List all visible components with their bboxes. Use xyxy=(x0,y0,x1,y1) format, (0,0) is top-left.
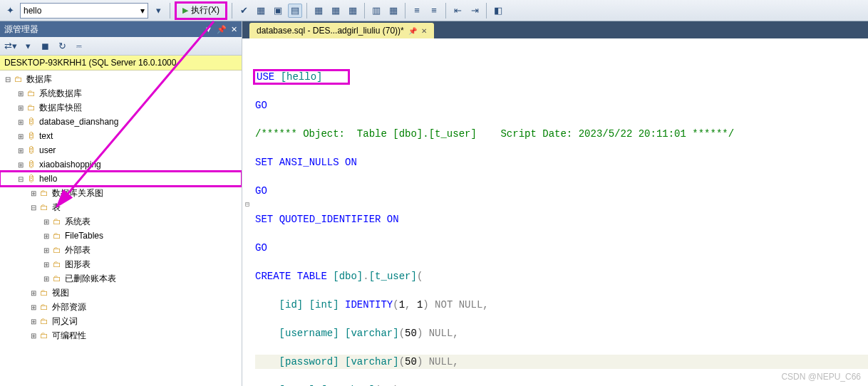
database-icon: 🛢 xyxy=(26,145,37,156)
tree-node-programmability[interactable]: ⊞🗀可编程性 xyxy=(0,328,242,343)
stop-icon[interactable]: ◼ xyxy=(38,40,51,53)
object-explorer: 源管理器 ▼ 📌 ✕ ⇄▾ ▾ ◼ ↻ ⎓ DESKTOP-93KRHH1 (S… xyxy=(0,21,242,386)
code-editor[interactable]: ⊟ ⊟ USE [hello] GO /****** Object: Table… xyxy=(242,38,868,386)
folder-icon: 🗀 xyxy=(26,102,37,113)
tool-icon-8[interactable]: ◧ xyxy=(491,4,505,18)
dropdown-icon[interactable]: ▼ xyxy=(205,25,212,34)
tree-node-tables[interactable]: ⊟🗀表 xyxy=(0,200,242,214)
connect-icon[interactable]: ⇄▾ xyxy=(4,40,17,53)
folder-icon: 🗀 xyxy=(38,330,50,341)
tree-node-diagrams[interactable]: ⊞🗀数据库关系图 xyxy=(0,186,242,200)
separator xyxy=(445,3,446,19)
database-icon: 🛢 xyxy=(26,159,37,170)
separator xyxy=(170,3,170,19)
tree-node-graphtables[interactable]: ⊞🗀图形表 xyxy=(0,257,242,271)
window-icon[interactable]: ▣ xyxy=(271,4,285,18)
close-icon[interactable]: ✕ xyxy=(231,25,237,34)
tree-node-extres[interactable]: ⊞🗀外部资源 xyxy=(0,300,242,314)
tree-node-databases[interactable]: ⊟🗀数据库 xyxy=(0,72,242,86)
tool-icon-6[interactable]: ≡ xyxy=(410,4,424,18)
tab-sql[interactable]: database.sql - DES...adgirl_liuliu (70))… xyxy=(249,23,434,38)
database-icon: 🛢 xyxy=(26,130,37,142)
filter-icon[interactable]: ▾ xyxy=(21,40,34,53)
indent-left-icon[interactable]: ⇤ xyxy=(450,4,465,18)
separator xyxy=(486,3,487,19)
tool-icon-3[interactable]: ▦ xyxy=(346,4,360,18)
tool-icon-7[interactable]: ≡ xyxy=(427,4,441,18)
database-icon: 🛢 xyxy=(26,116,37,127)
folder-icon: 🗀 xyxy=(26,88,37,99)
folder-icon: 🗀 xyxy=(38,315,50,327)
main-toolbar: ✦ hello ▾ ▾ ▶ 执行(X) ✔ ▦ ▣ ▤ ▦ ▦ ▦ ▥ ▦ ≡ … xyxy=(0,0,868,21)
folder-icon: 🗀 xyxy=(51,259,63,270)
close-icon[interactable]: ✕ xyxy=(421,27,427,35)
tree-node-synonyms[interactable]: ⊞🗀同义词 xyxy=(0,314,242,328)
refresh-icon[interactable]: ↻ xyxy=(56,40,68,53)
editor-area: database.sql - DES...adgirl_liuliu (70))… xyxy=(242,21,868,386)
panel-header: 源管理器 ▼ 📌 ✕ xyxy=(0,21,242,37)
separator xyxy=(405,3,405,19)
folder-icon: 🗀 xyxy=(38,287,50,298)
check-icon[interactable]: ✔ xyxy=(237,4,251,18)
chevron-down-icon: ▾ xyxy=(140,6,145,16)
folder-icon: 🗀 xyxy=(13,73,24,85)
tab-bar: database.sql - DES...adgirl_liuliu (70))… xyxy=(242,21,868,38)
save-icon[interactable]: ▤ xyxy=(288,4,302,18)
tree-node-hello[interactable]: ⊟🛢hello xyxy=(0,172,242,186)
tree-node-db3[interactable]: ⊞🛢user xyxy=(0,143,242,157)
separator xyxy=(306,3,307,19)
separator xyxy=(364,3,365,19)
tree-node-systables[interactable]: ⊞🗀系统表 xyxy=(0,214,242,229)
tree-node-droppedledger[interactable]: ⊞🗀已删除账本表 xyxy=(0,271,242,286)
tree-node-views[interactable]: ⊞🗀视图 xyxy=(0,286,242,300)
folder-icon: 🗀 xyxy=(38,187,50,199)
tree-node-snapshots[interactable]: ⊞🗀数据库快照 xyxy=(0,100,242,115)
tree-node-exttables[interactable]: ⊞🗀外部表 xyxy=(0,243,242,257)
folder-icon: 🗀 xyxy=(38,301,50,313)
panel-toolbar: ⇄▾ ▾ ◼ ↻ ⎓ xyxy=(0,37,242,56)
dropdown-icon[interactable]: ▾ xyxy=(151,4,165,18)
tree-node-db4[interactable]: ⊞🛢xiaobaishopping xyxy=(0,157,242,172)
tree: ⊟🗀数据库 ⊞🗀系统数据库 ⊞🗀数据库快照 ⊞🛢database_diansha… xyxy=(0,71,242,386)
tree-node-db1[interactable]: ⊞🛢database_dianshang xyxy=(0,115,242,129)
folder-icon: 🗀 xyxy=(51,230,63,241)
indent-right-icon[interactable]: ⇥ xyxy=(467,4,482,18)
pin-icon[interactable]: 📌 xyxy=(408,27,417,35)
pin-icon[interactable]: 📌 xyxy=(217,25,227,34)
tool-icon-2[interactable]: ▦ xyxy=(329,4,343,18)
diagram-icon[interactable]: ▦ xyxy=(254,4,268,18)
folder-icon: 🗀 xyxy=(51,216,63,227)
tool-icon[interactable]: ✦ xyxy=(3,4,17,18)
activity-icon[interactable]: ⎓ xyxy=(73,40,86,53)
tree-node-sysdb[interactable]: ⊞🗀系统数据库 xyxy=(0,86,242,100)
execute-button[interactable]: ▶ 执行(X) xyxy=(175,1,227,20)
play-icon: ▶ xyxy=(182,6,188,15)
separator xyxy=(232,3,232,19)
database-dropdown[interactable]: hello ▾ xyxy=(20,3,148,19)
tree-node-filetables[interactable]: ⊞🗀FileTables xyxy=(0,229,242,243)
tool-icon-5[interactable]: ▦ xyxy=(386,4,401,18)
folder-icon: 🗀 xyxy=(51,273,63,284)
server-label: DESKTOP-93KRHH1 (SQL Server 16.0.1000 xyxy=(0,56,242,71)
tree-node-db2[interactable]: ⊞🛢text xyxy=(0,129,242,143)
folder-icon: 🗀 xyxy=(51,244,63,256)
tool-icon-4[interactable]: ▥ xyxy=(369,4,383,18)
folder-icon: 🗀 xyxy=(38,202,50,213)
database-icon: 🛢 xyxy=(26,173,37,184)
tool-icon-1[interactable]: ▦ xyxy=(311,4,326,18)
